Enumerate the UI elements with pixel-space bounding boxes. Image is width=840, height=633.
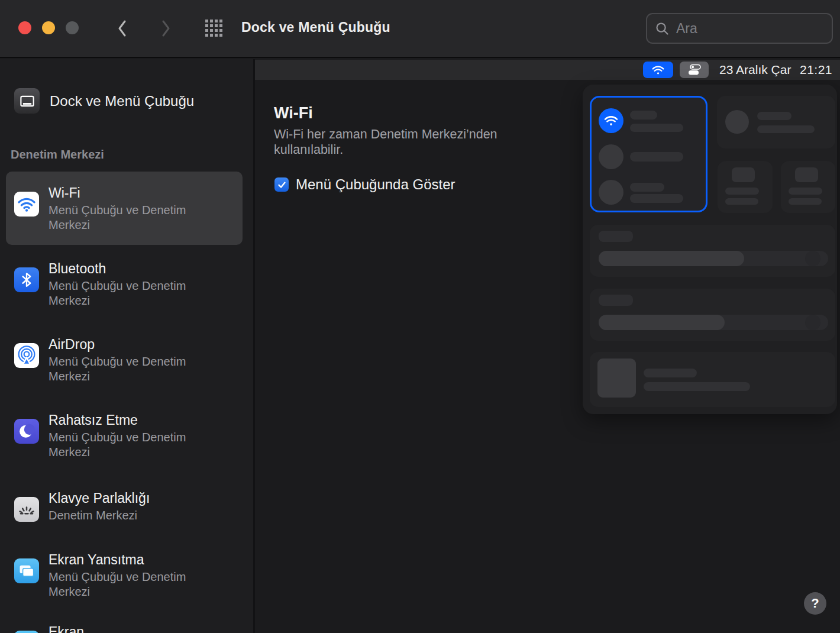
moon-icon: [14, 419, 39, 444]
sidebar-item-subtitle: Menü Çubuğu ve Denetim Merkezi: [49, 279, 207, 308]
placeholder-toggle: [732, 167, 755, 182]
preview-wifi-module-highlighted: [590, 96, 707, 212]
sidebar-item-bluetooth[interactable]: Bluetooth Menü Çubuğu ve Denetim Merkezi: [6, 247, 243, 308]
sidebar-item-klavye-parlakligi[interactable]: Klavye Parlaklığı Denetim Merkezi: [6, 477, 243, 523]
sidebar-divider: [253, 59, 255, 633]
menubar-wifi-item: [643, 62, 673, 78]
placeholder-bar: [757, 112, 791, 120]
forward-button[interactable]: [154, 15, 177, 41]
chevron-right-icon: [158, 18, 173, 39]
menubar-clock: 21:21: [800, 60, 832, 80]
checkbox-checked-icon[interactable]: [274, 177, 289, 192]
preview-slider-module: [590, 225, 835, 277]
menubar-preview-strip: 23 Aralık Çar 21:21: [255, 60, 840, 80]
sidebar-item-subtitle: Menü Çubuğu ve Denetim Merkezi: [49, 354, 207, 384]
sidebar-item-rahatsiz-etme[interactable]: Rahatsız Etme Menü Çubuğu ve Denetim Mer…: [6, 399, 243, 460]
window-titlebar: Dock ve Menü Çubuğu: [0, 0, 840, 58]
placeholder-circle: [599, 144, 623, 169]
search-input[interactable]: [676, 21, 840, 37]
search-icon: [654, 21, 670, 37]
placeholder-bar: [630, 152, 683, 162]
sidebar-item-subtitle: Denetim Merkezi: [49, 508, 207, 523]
placeholder-bar: [630, 194, 683, 203]
sidebar-section-header: Denetim Merkezi: [11, 148, 104, 162]
sidebar-item-title: Rahatsız Etme: [49, 412, 207, 428]
preview-module: [718, 161, 773, 213]
dock-window-icon: [14, 88, 40, 114]
show-all-preferences-button[interactable]: [202, 15, 226, 41]
preview-slider-module: [590, 289, 835, 341]
placeholder-bar: [725, 198, 758, 205]
sidebar-item-title: Klavye Parlaklığı: [49, 490, 207, 506]
menubar-control-center-item: [680, 62, 709, 78]
close-window-button[interactable]: [18, 21, 31, 34]
sidebar-item-title: Ekran Yansıtma: [49, 551, 207, 568]
menubar-date: 23 Aralık Çar: [719, 60, 791, 80]
placeholder-slider-knob: [805, 315, 820, 330]
grid-icon: [204, 18, 224, 38]
chevron-left-icon: [115, 18, 130, 39]
placeholder-slider-knob: [805, 251, 820, 266]
sidebar-item-airdrop[interactable]: AirDrop Menü Çubuğu ve Denetim Merkezi: [6, 323, 243, 384]
placeholder-bar: [644, 369, 697, 377]
section-description: Wi-Fi her zaman Denetim Merkezi’nden kul…: [274, 127, 534, 157]
placeholder-circle: [725, 110, 749, 134]
sidebar-item-subtitle: Menü Çubuğu ve Denetim Merkezi: [49, 430, 207, 460]
zoom-window-button[interactable]: [66, 21, 79, 34]
placeholder-bar: [630, 111, 657, 120]
sidebar-item-subtitle: Menü Çubuğu ve Denetim Merkezi: [49, 203, 207, 232]
checkbox-label: Menü Çubuğunda Göster: [296, 176, 455, 193]
screen-mirroring-icon: [14, 558, 39, 583]
minimize-window-button[interactable]: [42, 21, 55, 34]
preview-module: [717, 96, 835, 148]
placeholder-bar: [599, 295, 633, 306]
back-button[interactable]: [111, 15, 134, 41]
wifi-icon: [599, 108, 623, 133]
help-button[interactable]: ?: [804, 592, 826, 615]
control-center-preview: [583, 85, 837, 414]
placeholder-artwork: [597, 359, 636, 398]
sidebar-item-title: AirDrop: [49, 336, 207, 353]
placeholder-bar: [630, 183, 664, 192]
placeholder-bar: [757, 125, 815, 133]
keyboard-brightness-icon: [14, 497, 39, 522]
placeholder-bar: [725, 188, 759, 195]
placeholder-toggle: [795, 167, 818, 182]
sidebar-item-title: Ekran: [49, 624, 207, 633]
placeholder-bar: [789, 198, 822, 205]
page-title: Dock ve Menü Çubuğu: [241, 20, 390, 35]
placeholder-slider-fill: [599, 315, 725, 330]
sidebar-item-subtitle: Menü Çubuğu ve Denetim Merkezi: [49, 570, 207, 599]
control-center-icon: [686, 64, 703, 76]
sidebar-item-title: Wi-Fi: [49, 185, 207, 201]
sidebar-item-wifi[interactable]: Wi-Fi Menü Çubuğu ve Denetim Merkezi: [6, 172, 243, 245]
sidebar-item-label: Dock ve Menü Çubuğu: [50, 93, 194, 109]
placeholder-bar: [644, 382, 750, 391]
preview-module: [781, 161, 835, 213]
preview-media-module: [590, 352, 835, 407]
wifi-icon: [651, 63, 665, 77]
placeholder-circle: [599, 180, 623, 205]
section-heading: Wi-Fi: [274, 104, 313, 122]
placeholder-bar: [789, 188, 822, 195]
show-in-menubar-checkbox-row[interactable]: Menü Çubuğunda Göster: [274, 176, 455, 193]
placeholder-bar: [630, 124, 683, 132]
bluetooth-icon: [14, 267, 39, 292]
sidebar-item-ekran[interactable]: Ekran: [6, 611, 243, 633]
sidebar-item-dock-ve-menu-cubugu[interactable]: Dock ve Menü Çubuğu: [14, 88, 194, 114]
sidebar-item-title: Bluetooth: [49, 260, 207, 277]
placeholder-bar: [599, 231, 633, 242]
search-field[interactable]: [646, 13, 833, 44]
airdrop-icon: [14, 343, 39, 368]
display-icon: [14, 631, 39, 633]
wifi-icon: [14, 192, 39, 217]
placeholder-slider-fill: [599, 251, 744, 266]
sidebar-item-ekran-yansitma[interactable]: Ekran Yansıtma Menü Çubuğu ve Denetim Me…: [6, 538, 243, 599]
